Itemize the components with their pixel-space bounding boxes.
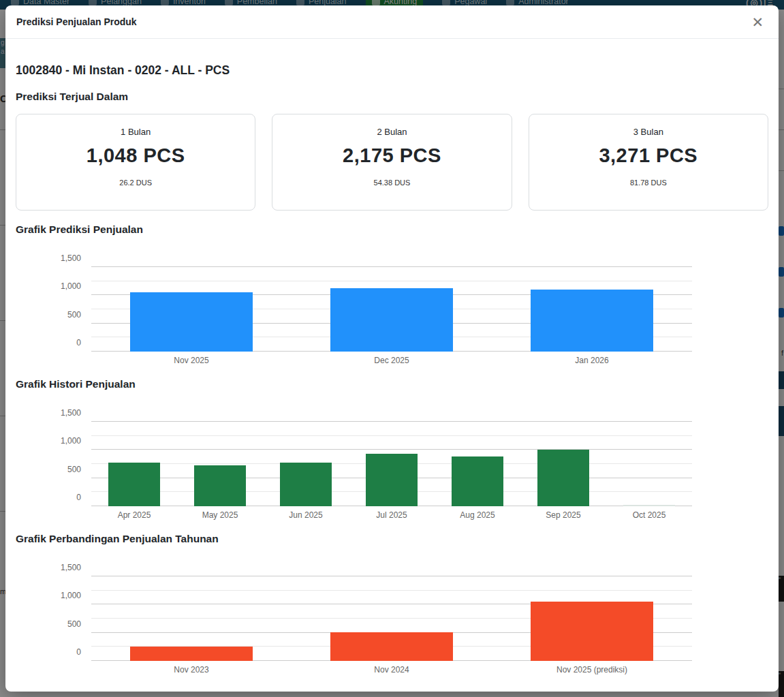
close-icon[interactable]: ✕	[747, 14, 768, 31]
modal-body: 1002840 - Mi Instan - 0202 - ALL - PCS P…	[5, 63, 779, 675]
bar-sep-2025	[537, 450, 590, 506]
prediction-card-3-month: 3 Bulan3,271 PCS81.78 DUS	[529, 114, 768, 211]
modal-title: Prediksi Penjualan Produk	[16, 16, 137, 27]
gridline	[91, 576, 692, 576]
card-pcs-value: 1,048 PCS	[16, 144, 255, 167]
bar-nov-2024	[330, 632, 452, 661]
x-axis-tick: Jul 2025	[349, 510, 435, 520]
gridline	[91, 449, 692, 450]
x-axis-tick: Nov 2025	[91, 356, 292, 365]
modal-header: Prediksi Penjualan Produk ✕	[5, 5, 779, 39]
prediction-card-2-month: 2 Bulan2,175 PCS54.38 DUS	[272, 114, 512, 211]
chart-heading-2: Grafik Perbandingan Penjualan Tahunan	[16, 533, 768, 545]
gridline	[91, 281, 692, 281]
chart-plot-area: 05001,0001,500	[91, 576, 692, 661]
sales-prediction-modal: Prediksi Penjualan Produk ✕ 1002840 - Mi…	[5, 5, 779, 692]
bar-jan-2026	[531, 290, 653, 352]
x-axis-labels: Apr 2025May 2025Jun 2025Jul 2025Aug 2025…	[91, 506, 692, 520]
card-period-label: 3 Bulan	[529, 127, 768, 137]
bar-dec-2025	[330, 288, 452, 352]
x-axis-tick: Aug 2025	[435, 510, 520, 520]
chart-plot-area: 05001,0001,500	[91, 422, 692, 506]
y-axis-tick: 0	[16, 338, 81, 347]
y-axis-tick: 0	[16, 493, 81, 502]
bar-aug-2025	[452, 456, 504, 506]
y-axis-tick: 0	[16, 647, 81, 657]
x-axis-tick: Apr 2025	[91, 510, 177, 520]
gridline	[91, 421, 692, 422]
y-axis-tick: 1,000	[16, 591, 81, 600]
y-axis-tick: 1,000	[16, 436, 81, 446]
card-pcs-value: 3,271 PCS	[529, 144, 768, 167]
x-axis-tick: Nov 2024	[292, 665, 492, 675]
y-axis-tick: 1,500	[16, 563, 81, 572]
x-axis-tick: Jan 2026	[492, 356, 692, 365]
bar-oct-2025	[623, 505, 676, 506]
chart-heading-1: Grafik Histori Penjualan	[16, 378, 768, 390]
gridline	[91, 590, 692, 591]
chart-heading-0: Grafik Prediksi Penjualan	[16, 223, 768, 236]
bar-nov-2025	[130, 292, 252, 352]
card-dus-value: 26.2 DUS	[16, 179, 255, 187]
y-axis-tick: 1,500	[16, 253, 81, 263]
x-axis-labels: Nov 2023Nov 2024Nov 2025 (prediksi)	[91, 661, 692, 675]
prediction-cards: 1 Bulan1,048 PCS26.2 DUS2 Bulan2,175 PCS…	[16, 114, 768, 211]
x-axis-labels: Nov 2025Dec 2025Jan 2026	[91, 352, 692, 365]
x-axis-tick: Nov 2023	[91, 665, 292, 675]
y-axis-tick: 500	[16, 310, 81, 320]
prediction-card-1-month: 1 Bulan1,048 PCS26.2 DUS	[16, 114, 255, 211]
card-pcs-value: 2,175 PCS	[272, 144, 511, 167]
x-axis-tick: Dec 2025	[292, 356, 492, 365]
charts-container: Grafik Prediksi Penjualan05001,0001,500N…	[16, 223, 768, 675]
gridline	[91, 266, 692, 267]
bar-may-2025	[194, 465, 247, 506]
x-axis-tick: Jun 2025	[263, 510, 349, 520]
y-axis-tick: 500	[16, 619, 81, 629]
x-axis-tick: Sep 2025	[520, 510, 606, 520]
x-axis-tick: Nov 2025 (prediksi)	[492, 665, 692, 675]
card-dus-value: 54.38 DUS	[272, 179, 511, 187]
card-period-label: 2 Bulan	[272, 127, 511, 137]
x-axis-tick: May 2025	[177, 510, 263, 520]
chart-plot-area: 05001,0001,500	[91, 267, 692, 352]
bar-chart-2: 05001,0001,500Nov 2023Nov 2024Nov 2025 (…	[16, 554, 768, 675]
card-dus-value: 81.78 DUS	[529, 179, 768, 187]
y-axis-tick: 500	[16, 465, 81, 474]
x-axis-tick: Oct 2025	[606, 510, 692, 520]
product-title: 1002840 - Mi Instan - 0202 - ALL - PCS	[16, 63, 768, 78]
card-period-label: 1 Bulan	[16, 127, 255, 137]
bar-chart-1: 05001,0001,500Apr 2025May 2025Jun 2025Ju…	[16, 399, 768, 520]
bar-nov-2023	[130, 647, 252, 661]
prediction-heading: Prediksi Terjual Dalam	[16, 91, 768, 103]
y-axis-tick: 1,500	[16, 408, 81, 418]
gridline	[91, 435, 692, 436]
bar-apr-2025	[108, 463, 161, 506]
bar-jul-2025	[366, 454, 418, 506]
bar-nov-2025-prediksi-	[531, 602, 653, 661]
bar-jun-2025	[280, 463, 332, 506]
y-axis-tick: 1,000	[16, 281, 81, 291]
bar-chart-0: 05001,0001,500Nov 2025Dec 2025Jan 2026	[16, 245, 768, 365]
